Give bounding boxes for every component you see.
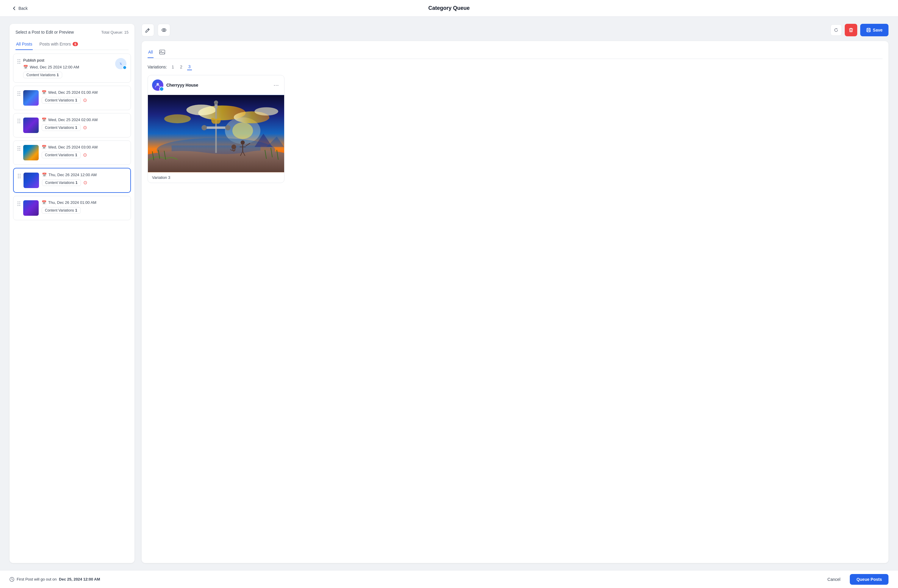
refresh-button[interactable] — [830, 25, 842, 36]
drag-handle[interactable] — [18, 117, 20, 123]
post-thumbnail — [23, 145, 39, 160]
svg-rect-7 — [160, 50, 165, 54]
svg-point-29 — [214, 100, 218, 105]
clock-icon — [9, 577, 14, 582]
svg-rect-6 — [867, 30, 870, 32]
error-icon: ⊙ — [83, 180, 87, 185]
post-content: 📅 Wed, Dec 25 2024 02:00 AM Content Vari… — [42, 117, 126, 131]
post-item[interactable]: 📅 Wed, Dec 25 2024 02:00 AM Content Vari… — [13, 113, 131, 137]
calendar-icon: 📅 — [42, 90, 46, 95]
error-icon: ⊙ — [83, 152, 87, 157]
svg-rect-5 — [868, 28, 869, 30]
tab-all-posts-label: All Posts — [16, 42, 32, 46]
variation-3-btn[interactable]: 3 — [187, 64, 192, 70]
tab-all-content[interactable]: All — [148, 48, 154, 58]
left-panel: Select a Post to Edit or Preview Total Q… — [9, 24, 134, 563]
main-content: Select a Post to Edit or Preview Total Q… — [0, 17, 898, 570]
tab-image-content[interactable] — [158, 47, 166, 59]
post-date-row: 📅 Wed, Dec 25 2024 12:00 AM — [23, 65, 112, 69]
variation-1-btn[interactable]: 1 — [171, 64, 175, 70]
svg-point-2 — [162, 29, 166, 32]
tab-posts-with-errors[interactable]: Posts with Errors 6 — [39, 39, 78, 50]
post-thumbnail — [23, 172, 39, 188]
calendar-icon: 📅 — [42, 200, 46, 205]
svg-point-12 — [232, 122, 253, 139]
preview-button[interactable] — [158, 24, 170, 36]
svg-point-30 — [201, 125, 207, 130]
back-button[interactable]: Back — [9, 5, 30, 12]
drag-handle[interactable] — [18, 90, 20, 96]
post-item[interactable]: 📅 Thu, Dec 26 2024 12:00 AM Content Vari… — [13, 168, 131, 193]
svg-point-33 — [241, 140, 245, 145]
content-variations-tag: Content Variations 1 — [42, 97, 81, 103]
pencil-icon — [145, 28, 151, 33]
variation-2-btn[interactable]: 2 — [179, 64, 184, 70]
post-preview-image — [148, 95, 284, 172]
save-icon — [866, 28, 871, 32]
post-item[interactable]: Publish post 📅 Wed, Dec 25 2024 12:00 AM… — [13, 54, 131, 83]
post-platform-avatar: 𝕏 — [115, 58, 126, 69]
post-date-row: 📅 Wed, Dec 25 2024 02:00 AM — [42, 117, 126, 122]
drag-handle[interactable] — [18, 58, 20, 64]
svg-point-16 — [164, 114, 191, 123]
post-content: 📅 Wed, Dec 25 2024 01:00 AM Content Vari… — [42, 90, 126, 103]
drag-handle[interactable] — [18, 145, 20, 151]
error-icon: ⊙ — [83, 125, 87, 130]
content-variations-tag: Content Variations 1 — [42, 152, 81, 158]
post-preview-header: Cherryyy House ⋯ — [148, 75, 284, 95]
post-date: Thu, Dec 26 2024 01:00 AM — [48, 200, 97, 205]
queue-posts-button[interactable]: Queue Posts — [850, 574, 889, 585]
save-button[interactable]: Save — [860, 24, 889, 36]
post-item[interactable]: 📅 Wed, Dec 25 2024 01:00 AM Content Vari… — [13, 86, 131, 110]
svg-point-9 — [157, 83, 159, 85]
save-label: Save — [873, 28, 883, 32]
content-type-tabs: All — [148, 47, 883, 59]
variation-caption: Variation 3 — [152, 175, 170, 180]
page-title: Category Queue — [428, 5, 469, 11]
post-content: 📅 Wed, Dec 25 2024 03:00 AM Content Vari… — [42, 145, 126, 158]
variations-label: Variations: — [148, 65, 167, 69]
post-tags: Content Variations 1 ⊙ — [42, 125, 126, 131]
post-date-row: 📅 Thu, Dec 26 2024 12:00 AM — [42, 172, 126, 177]
post-tabs: All Posts Posts with Errors 6 — [15, 39, 129, 50]
panel-title: Select a Post to Edit or Preview — [15, 30, 74, 34]
cancel-button[interactable]: Cancel — [823, 575, 845, 584]
post-date: Wed, Dec 25 2024 01:00 AM — [48, 90, 98, 95]
image-tab-icon — [159, 49, 165, 55]
post-date-row: 📅 Wed, Dec 25 2024 01:00 AM — [42, 90, 126, 95]
post-date-row: 📅 Thu, Dec 26 2024 01:00 AM — [42, 200, 126, 205]
total-queue: Total Queue: 15 — [101, 30, 129, 34]
delete-button[interactable] — [845, 24, 857, 36]
post-content: Publish post 📅 Wed, Dec 25 2024 12:00 AM… — [23, 58, 112, 78]
post-date: Thu, Dec 26 2024 12:00 AM — [49, 172, 97, 177]
content-variations-tag: Content Variations 1 — [23, 72, 62, 78]
post-item[interactable]: 📅 Thu, Dec 26 2024 01:00 AM Content Vari… — [13, 196, 131, 220]
post-thumbnail — [23, 117, 39, 133]
posts-list: Publish post 📅 Wed, Dec 25 2024 12:00 AM… — [9, 50, 134, 563]
more-options-button[interactable]: ⋯ — [272, 81, 280, 89]
post-tags: Content Variations 1 ⊙ — [42, 179, 126, 186]
eye-icon — [161, 28, 167, 33]
edit-button[interactable] — [141, 24, 154, 36]
tab-all-posts[interactable]: All Posts — [15, 39, 33, 50]
right-toolbar: Save — [141, 24, 889, 36]
toolbar-right: Save — [830, 24, 889, 36]
post-item[interactable]: 📅 Wed, Dec 25 2024 03:00 AM Content Vari… — [13, 140, 131, 165]
post-preview-caption: Variation 3 — [148, 172, 284, 183]
right-panel: Save All Variati — [141, 24, 889, 563]
drag-handle[interactable] — [18, 172, 20, 178]
post-tags: Content Variations 1 ⊙ — [42, 97, 126, 103]
svg-point-3 — [163, 29, 165, 31]
content-variations-tag: Content Variations 1 — [42, 125, 81, 131]
post-preview-header-left: Cherryyy House — [152, 80, 198, 91]
tab-errors-label: Posts with Errors — [39, 42, 71, 46]
post-date: Wed, Dec 25 2024 03:00 AM — [48, 145, 98, 149]
post-date-row: 📅 Wed, Dec 25 2024 03:00 AM — [42, 145, 126, 149]
footer-info: First Post will go out on Dec 25, 2024 1… — [9, 577, 100, 582]
post-label: Publish post — [23, 58, 45, 63]
platform-dot — [123, 65, 127, 69]
platform-icon: 𝕏 — [118, 61, 124, 67]
tab-all-label: All — [148, 50, 153, 54]
footer-info-text: First Post will go out on Dec 25, 2024 1… — [17, 577, 100, 582]
drag-handle[interactable] — [18, 200, 20, 206]
